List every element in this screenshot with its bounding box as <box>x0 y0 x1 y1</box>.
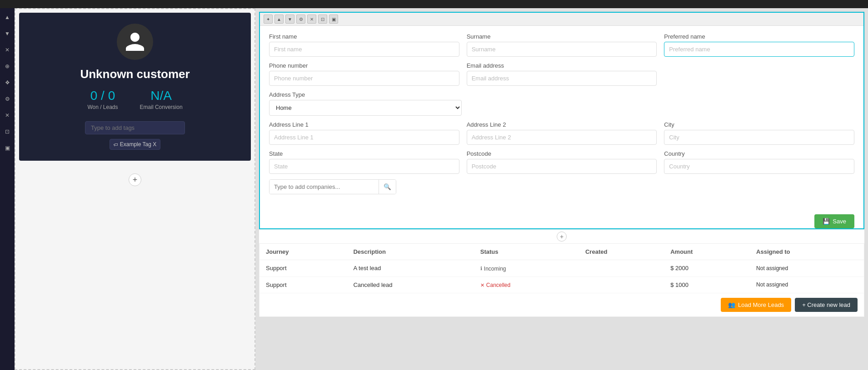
sidebar-icon-3[interactable]: ✕ <box>2 44 13 55</box>
cell-created <box>579 276 664 293</box>
add-section-button[interactable]: + <box>557 232 567 242</box>
state-group: State <box>269 150 459 174</box>
top-bar <box>0 0 868 8</box>
state-label: State <box>269 150 459 157</box>
address-line2-group: Address Line 2 <box>467 121 657 145</box>
phone-group: Phone number <box>269 62 459 86</box>
surname-group: Surname <box>467 33 657 57</box>
form-body: First name Surname Preferred name <box>260 26 863 207</box>
status-badge: ✕ Cancelled <box>480 282 510 288</box>
col-created: Created <box>579 244 664 260</box>
right-panel: ✦ ▲ ▼ ⚙ ✕ ⊡ ▣ First name Surname <box>255 8 868 370</box>
cell-assigned: Not assigned <box>750 276 864 293</box>
surname-input[interactable] <box>467 42 657 57</box>
cell-description: A test lead <box>347 260 474 277</box>
leads-table: Journey Description Status Created Amoun… <box>259 244 864 293</box>
companies-row: 🔍 <box>269 179 854 194</box>
sidebar-icon-4[interactable]: ⊕ <box>2 61 13 72</box>
table-header: Journey Description Status Created Amoun… <box>259 244 864 260</box>
postcode-label: Postcode <box>467 150 657 157</box>
city-label: City <box>664 121 854 128</box>
phone-input[interactable] <box>269 71 459 86</box>
companies-input[interactable] <box>269 180 379 194</box>
first-name-label: First name <box>269 33 459 40</box>
address-line2-input[interactable] <box>467 130 657 145</box>
table-row: Support A test lead ℹ Incoming $ 2000 No… <box>259 260 864 277</box>
state-input[interactable] <box>269 159 459 174</box>
toolbar-btn-7[interactable]: ▣ <box>329 15 338 24</box>
table-row: Support Cancelled lead ✕ Cancelled $ 100… <box>259 276 864 293</box>
status-badge: ℹ Incoming <box>480 266 506 272</box>
example-tag[interactable]: Example Tag X <box>110 139 161 150</box>
sidebar-icon-8[interactable]: ⊡ <box>2 126 13 137</box>
companies-search-button[interactable]: 🔍 <box>379 180 396 194</box>
address-line1-label: Address Line 1 <box>269 121 459 128</box>
main-area: ▲ ▼ ✕ ⊕ ❖ ⚙ ✕ ⊡ ▣ Unknown customer 0 / <box>0 8 868 370</box>
save-button[interactable]: 💾 Save <box>814 214 854 228</box>
toolbar-btn-2[interactable]: ▲ <box>274 15 284 24</box>
address-type-group: Address Type Home Work Other <box>269 91 462 116</box>
email-conversion-stat: N/A Email Conversion <box>140 89 183 110</box>
save-icon: 💾 <box>823 218 830 225</box>
companies-input-wrap: 🔍 <box>269 179 396 194</box>
email-conversion-label: Email Conversion <box>140 104 183 110</box>
email-input[interactable] <box>467 71 657 86</box>
preferred-name-group: Preferred name <box>664 33 854 57</box>
toolbar-btn-4[interactable]: ⚙ <box>296 15 305 24</box>
customer-card: Unknown customer 0 / 0 Won / Leads N/A E… <box>19 13 251 161</box>
stats-row: 0 / 0 Won / Leads N/A Email Conversion <box>87 89 182 110</box>
postcode-input[interactable] <box>467 159 657 174</box>
won-leads-stat: 0 / 0 Won / Leads <box>87 89 118 110</box>
preferred-name-input[interactable] <box>664 42 854 57</box>
sidebar-icon-7[interactable]: ✕ <box>2 110 13 121</box>
toolbar-btn-1[interactable]: ✦ <box>264 15 273 24</box>
toolbar-btn-6[interactable]: ⊡ <box>318 15 327 24</box>
person-icon <box>124 30 146 53</box>
email-label: Email address <box>467 62 657 69</box>
cancelled-icon: ✕ <box>480 282 484 288</box>
incoming-icon: ℹ <box>480 266 482 271</box>
col-assigned: Assigned to <box>750 244 864 260</box>
cell-amount: $ 2000 <box>664 260 750 277</box>
country-input[interactable] <box>664 159 854 174</box>
form-row-5: State Postcode Country <box>269 150 854 174</box>
first-name-input[interactable] <box>269 42 459 57</box>
sidebar-icon-9[interactable]: ▣ <box>2 143 13 153</box>
city-input[interactable] <box>664 130 854 145</box>
address-line1-input[interactable] <box>269 130 459 145</box>
cell-amount: $ 1000 <box>664 276 750 293</box>
load-more-button[interactable]: 👥 Load More Leads <box>721 298 791 312</box>
won-leads-label: Won / Leads <box>87 104 118 110</box>
form-toolbar: ✦ ▲ ▼ ⚙ ✕ ⊡ ▣ <box>260 13 863 26</box>
form-row-2: Phone number Email address <box>269 62 854 86</box>
email-conversion-value: N/A <box>150 89 172 103</box>
first-name-group: First name <box>269 33 459 57</box>
load-icon: 👥 <box>728 301 735 308</box>
form-row-3: Address Type Home Work Other <box>269 91 854 116</box>
create-new-lead-button[interactable]: + Create new lead <box>795 298 858 312</box>
customer-name: Unknown customer <box>80 67 190 81</box>
left-panel: Unknown customer 0 / 0 Won / Leads N/A E… <box>15 8 255 370</box>
sidebar-icon-6[interactable]: ⚙ <box>2 94 13 104</box>
sidebar-icon-5[interactable]: ❖ <box>2 77 13 88</box>
cell-status: ℹ Incoming <box>474 260 579 277</box>
tags-input[interactable] <box>85 121 185 134</box>
address-line1-group: Address Line 1 <box>269 121 459 145</box>
form-footer: 💾 Save <box>260 207 863 216</box>
cell-journey: Support <box>259 276 347 293</box>
table-actions: 👥 Load More Leads + Create new lead <box>259 293 864 316</box>
divider-plus-area: + <box>259 229 864 243</box>
spacer-2 <box>469 91 854 116</box>
sidebar-icon-2[interactable]: ▼ <box>2 28 13 39</box>
form-container: ✦ ▲ ▼ ⚙ ✕ ⊡ ▣ First name Surname <box>259 12 864 229</box>
cell-status: ✕ Cancelled <box>474 276 579 293</box>
col-description: Description <box>347 244 474 260</box>
search-icon: 🔍 <box>384 183 391 190</box>
address-line2-label: Address Line 2 <box>467 121 657 128</box>
address-type-select[interactable]: Home Work Other <box>269 100 462 116</box>
add-card-button[interactable]: + <box>129 173 141 186</box>
toolbar-btn-5[interactable]: ✕ <box>307 15 316 24</box>
sidebar-icon-1[interactable]: ▲ <box>2 12 13 23</box>
toolbar-btn-3[interactable]: ▼ <box>285 15 294 24</box>
country-label: Country <box>664 150 854 157</box>
